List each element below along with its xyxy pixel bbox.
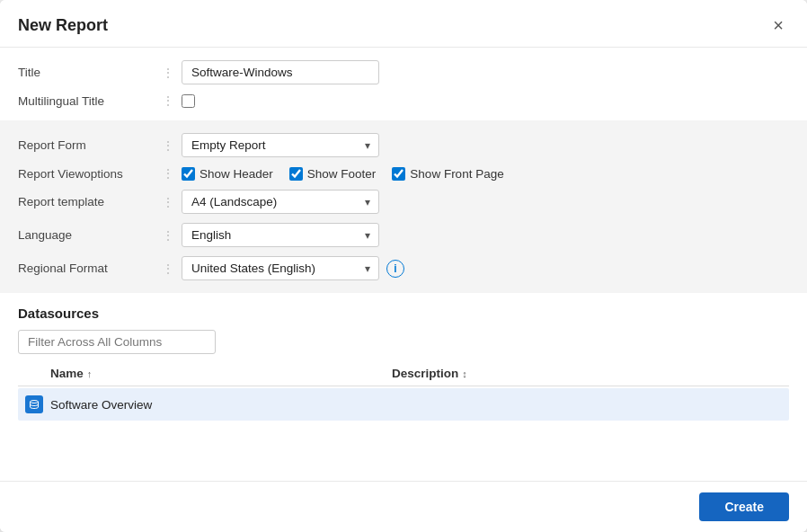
report-template-drag: ⋮ — [162, 195, 174, 209]
multilingual-label: Multilingual Title — [18, 94, 162, 108]
title-row: Title ⋮ — [18, 60, 789, 84]
report-form-select-wrap: Empty Report Standard Report ▾ — [182, 133, 379, 157]
title-label: Title — [18, 66, 162, 79]
report-form-row: Report Form ⋮ Empty Report Standard Repo… — [18, 133, 789, 157]
regional-format-drag: ⋮ — [162, 262, 174, 276]
report-template-select[interactable]: A4 (Landscape) A4 (Portrait) — [182, 190, 379, 214]
show-footer-checkbox[interactable] — [289, 167, 303, 181]
name-sort-icon[interactable]: ↑ — [87, 368, 93, 379]
table-row[interactable]: Software Overview — [18, 388, 789, 421]
report-template-select-wrap: A4 (Landscape) A4 (Portrait) ▾ — [182, 190, 379, 214]
top-section: Title ⋮ Multilingual Title ⋮ — [0, 48, 807, 120]
report-viewoptions-label: Report Viewoptions — [18, 167, 162, 181]
title-drag-handle: ⋮ — [162, 66, 174, 80]
create-button[interactable]: Create — [699, 492, 789, 521]
show-footer-label[interactable]: Show Footer — [289, 167, 377, 181]
language-select[interactable]: English German — [182, 223, 379, 247]
language-select-wrap: English German ▾ — [182, 223, 379, 247]
filter-input[interactable] — [18, 330, 216, 354]
report-form-label: Report Form — [18, 138, 162, 152]
multilingual-control — [182, 94, 789, 108]
language-label: Language — [18, 228, 162, 242]
regional-format-select[interactable]: United States (English) United Kingdom (… — [182, 256, 379, 280]
show-front-page-text: Show Front Page — [410, 167, 503, 181]
datasources-section: Datasources Name ↑ Description ↕ — [0, 293, 807, 481]
datasource-name: Software Overview — [50, 398, 392, 412]
multilingual-drag-handle: ⋮ — [162, 93, 174, 108]
gray-section: Report Form ⋮ Empty Report Standard Repo… — [0, 120, 807, 293]
table-header: Name ↑ Description ↕ — [18, 361, 789, 386]
show-header-checkbox[interactable] — [182, 167, 195, 181]
filter-wrap — [18, 330, 789, 354]
language-drag: ⋮ — [162, 228, 174, 243]
report-form-drag: ⋮ — [162, 138, 174, 153]
language-row: Language ⋮ English German ▾ — [18, 223, 789, 247]
title-input[interactable] — [182, 60, 379, 84]
show-front-page-checkbox[interactable] — [392, 167, 405, 181]
title-control — [182, 60, 789, 84]
dialog-footer: Create — [0, 481, 807, 532]
report-viewoptions-drag: ⋮ — [162, 166, 174, 181]
show-footer-text: Show Footer — [307, 167, 377, 181]
report-form-select[interactable]: Empty Report Standard Report — [182, 133, 379, 157]
multilingual-row: Multilingual Title ⋮ — [18, 93, 789, 108]
report-template-label: Report template — [18, 195, 162, 208]
new-report-dialog: New Report × Title ⋮ Multilingual Title … — [0, 0, 807, 532]
datasource-icon-col — [18, 395, 50, 413]
close-button[interactable]: × — [767, 14, 789, 36]
header-desc-col: Description ↕ — [392, 367, 789, 380]
col-desc-label: Description — [392, 367, 458, 380]
regional-format-info-icon[interactable]: i — [386, 260, 404, 278]
desc-sort-icon[interactable]: ↕ — [462, 368, 467, 379]
dialog-header: New Report × — [0, 0, 807, 48]
regional-format-select-wrap: United States (English) United Kingdom (… — [182, 256, 379, 280]
regional-format-control: United States (English) United Kingdom (… — [182, 256, 789, 280]
datasources-title: Datasources — [18, 306, 789, 321]
language-control: English German ▾ — [182, 223, 789, 247]
header-name-col: Name ↑ — [50, 367, 392, 380]
regional-format-label: Regional Format — [18, 262, 162, 275]
dialog-title: New Report — [18, 16, 108, 35]
report-viewoptions-control: Show Header Show Footer Show Front Page — [182, 167, 789, 181]
datasource-db-icon — [25, 395, 43, 413]
report-template-row: Report template ⋮ A4 (Landscape) A4 (Por… — [18, 190, 789, 214]
report-template-control: A4 (Landscape) A4 (Portrait) ▾ — [182, 190, 789, 214]
report-viewoptions-row: Report Viewoptions ⋮ Show Header Show Fo… — [18, 166, 789, 181]
regional-format-row: Regional Format ⋮ United States (English… — [18, 256, 789, 280]
report-form-control: Empty Report Standard Report ▾ — [182, 133, 789, 157]
col-name-label: Name — [50, 367, 84, 380]
svg-point-0 — [31, 401, 39, 403]
multilingual-checkbox[interactable] — [182, 94, 195, 108]
show-front-page-label[interactable]: Show Front Page — [392, 167, 503, 181]
show-header-label[interactable]: Show Header — [182, 167, 273, 181]
show-header-text: Show Header — [200, 167, 273, 181]
